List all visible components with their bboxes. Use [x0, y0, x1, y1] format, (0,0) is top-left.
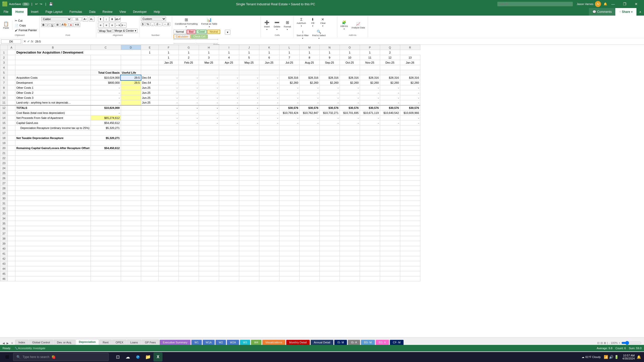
cell-h2[interactable]: 3	[199, 55, 219, 60]
borders-btn[interactable]: ⊞	[55, 23, 60, 27]
edge-btn[interactable]	[133, 352, 142, 361]
col-c-header[interactable]: C	[91, 45, 121, 50]
cell-r2[interactable]: 13	[400, 55, 420, 60]
col-d-header[interactable]: D	[121, 45, 141, 50]
cell-d2[interactable]	[121, 55, 141, 60]
start-btn[interactable]: ⊞	[2, 352, 12, 362]
col-o-header[interactable]: O	[340, 45, 360, 50]
restore-btn[interactable]: ❐	[619, 0, 630, 8]
tab-cf-m[interactable]: CF- M	[390, 340, 404, 345]
cell-a2[interactable]	[8, 55, 15, 60]
col-r-header[interactable]: R	[400, 45, 420, 50]
undo-btn[interactable]: ↩	[34, 2, 39, 6]
cut-btn[interactable]: ✂Cut	[14, 19, 38, 23]
cell-a1[interactable]	[8, 50, 15, 55]
widgets-btn[interactable]: ☁	[123, 352, 132, 361]
tab-pagelayout[interactable]: Page Layout	[42, 8, 66, 16]
battery-icon[interactable]: 🔋	[614, 355, 619, 359]
italic-btn[interactable]: I	[46, 23, 50, 27]
cell-i1[interactable]: 1	[199, 50, 219, 55]
tab-bs-a[interactable]: BS- A	[376, 340, 389, 345]
tab-monthly-detail[interactable]: Monthly Detail	[286, 340, 310, 345]
tab-opex[interactable]: OPEX	[112, 340, 127, 345]
cell-j2[interactable]: 5	[239, 55, 259, 60]
cell-n2[interactable]: 9	[319, 55, 340, 60]
col-k-header[interactable]: K	[259, 45, 279, 50]
col-n-header[interactable]: N	[319, 45, 340, 50]
tab-w1a[interactable]: W1A	[203, 340, 215, 345]
analyze-data-btn[interactable]: 📈 Analyze Data	[350, 21, 366, 30]
tab-global-control[interactable]: Global Control	[29, 340, 53, 345]
confirm-formula-btn[interactable]: ✓	[27, 39, 30, 43]
normal-view-btn[interactable]: ⊡	[597, 341, 599, 345]
align-right-btn[interactable]: ≡	[109, 23, 115, 28]
cell-o2[interactable]: 10	[340, 55, 360, 60]
cell-l1[interactable]: 1	[259, 50, 279, 55]
tab-formulas[interactable]: Formulas	[66, 8, 86, 16]
quick-save-btn[interactable]: 💾	[48, 2, 54, 6]
autosave-toggle[interactable]: On	[22, 3, 29, 6]
tab-developer[interactable]: Developer	[130, 8, 150, 16]
cell-p2[interactable]: 11	[360, 55, 380, 60]
tab-w2a[interactable]: W2A	[227, 340, 239, 345]
col-m-header[interactable]: M	[299, 45, 319, 50]
cell-c2[interactable]	[91, 55, 121, 60]
col-b-header[interactable]: B	[15, 45, 91, 50]
percent-btn[interactable]: %	[145, 22, 150, 26]
style-neutral[interactable]: Neutral	[207, 30, 220, 34]
align-left-btn[interactable]: ≡	[98, 23, 103, 28]
conditional-formatting-btn[interactable]: ⊞ Conditional Formatting ▾	[174, 17, 199, 29]
cell-f1[interactable]: 1	[141, 50, 158, 55]
cell-h1[interactable]: 1	[179, 50, 199, 55]
cell-l2[interactable]: 7	[279, 55, 299, 60]
grid-container[interactable]: A B C D E F G H I J K L M N O P Q R	[0, 45, 644, 337]
tab-annual-detail[interactable]: Annual Detail	[310, 340, 333, 345]
cell-q1[interactable]: 1	[360, 50, 380, 55]
fill-color-btn[interactable]: A🎨	[60, 23, 68, 27]
file-explorer-btn[interactable]: 📁	[143, 352, 152, 361]
zoom-slider[interactable]	[621, 341, 641, 345]
find-select-btn[interactable]: 🔍 Find & Select ▾	[311, 29, 327, 40]
formula-input[interactable]	[34, 40, 643, 43]
tab-view[interactable]: View	[116, 8, 130, 16]
sheet-prev-btn[interactable]: ◀	[1, 342, 6, 345]
share-btn[interactable]: ↑Share▾	[615, 8, 636, 16]
increase-font-btn[interactable]: A↑	[83, 17, 88, 22]
col-q-header[interactable]: Q	[380, 45, 400, 50]
notifications-icon[interactable]: 🔔	[603, 2, 607, 6]
indent-increase-btn[interactable]: ≡→	[121, 23, 127, 28]
increase-decimal-btn[interactable]: .0→	[155, 22, 162, 26]
text-orientation-btn[interactable]: ab↗	[115, 17, 121, 22]
fill-btn[interactable]: ⬇ Fill ▾	[308, 17, 317, 28]
tab-depreciation[interactable]: Depreciation	[76, 339, 99, 345]
cell-k1[interactable]: 1	[239, 50, 259, 55]
decrease-font-btn[interactable]: A↓	[89, 17, 95, 22]
excel-taskbar-btn[interactable]: X	[153, 352, 163, 361]
volume-icon[interactable]: 🔊	[609, 355, 613, 359]
zoom-out-btn[interactable]: -	[609, 341, 610, 344]
page-break-view-btn[interactable]: ⊞	[604, 341, 606, 345]
tab-gp-fees[interactable]: GP Fees	[142, 340, 159, 345]
cell-d6[interactable]: 29.5	[121, 75, 141, 80]
cell-o1[interactable]: 1	[319, 50, 340, 55]
style-calculation[interactable]: Calculation	[174, 34, 190, 39]
sort-filter-btn[interactable]: ↕ Sort & Filter ▾	[295, 29, 310, 40]
cell-b1[interactable]: Depreciation for Acquisition / Developme…	[15, 50, 141, 55]
minimize-btn[interactable]: —	[607, 0, 619, 8]
cell-g1[interactable]: 1	[158, 50, 179, 55]
paste-btn[interactable]: 📋 Paste	[2, 21, 11, 30]
comma-btn[interactable]: ,	[151, 22, 154, 26]
align-center-btn[interactable]: ≡	[104, 23, 109, 28]
tab-rent[interactable]: Rent	[99, 340, 112, 345]
cell-g2[interactable]: 2	[179, 55, 199, 60]
tab-review[interactable]: Review	[99, 8, 116, 16]
ribbon-collapse-btn[interactable]: ∧	[636, 8, 644, 16]
style-check-cell[interactable]: Check Cell	[191, 34, 208, 39]
tab-w3[interactable]: W3	[240, 340, 251, 345]
cell-j1[interactable]: 1	[219, 50, 239, 55]
network-icon[interactable]: 📶	[604, 355, 608, 359]
cancel-formula-btn[interactable]: ✕	[23, 39, 26, 43]
col-f-header[interactable]: F	[158, 45, 179, 50]
align-bottom-btn[interactable]: ⬇	[109, 17, 115, 22]
style-bad[interactable]: Bad	[187, 30, 196, 34]
